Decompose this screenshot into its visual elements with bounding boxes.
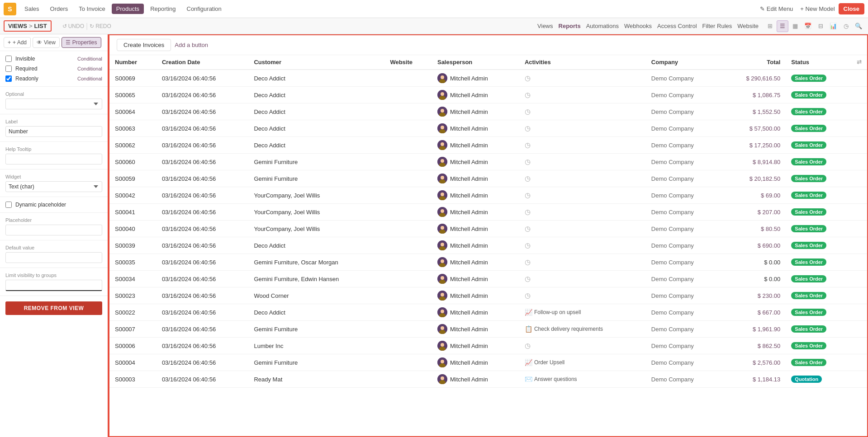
- cell-number: S00069: [109, 70, 157, 87]
- col-number[interactable]: Number: [109, 55, 157, 70]
- nav-configuration[interactable]: Configuration: [182, 4, 226, 14]
- readonly-label: Readonly: [15, 75, 74, 82]
- nav-brand[interactable]: Sales: [20, 4, 44, 14]
- readonly-checkbox[interactable]: [5, 75, 12, 82]
- dynamic-placeholder-checkbox[interactable]: [5, 202, 12, 208]
- table-row[interactable]: S00035 03/16/2024 06:40:56 Gemini Furnit…: [109, 254, 867, 271]
- invisible-checkbox[interactable]: [5, 56, 12, 62]
- create-invoices-button[interactable]: Create Invoices: [117, 39, 171, 51]
- col-salesperson[interactable]: Salesperson: [432, 55, 519, 70]
- views-label[interactable]: VIEWS: [8, 23, 27, 29]
- cell-salesperson: Mitchell Admin: [432, 371, 519, 388]
- cell-total: $ 1,086.75: [721, 87, 786, 103]
- svg-point-4: [441, 92, 444, 96]
- action-automations[interactable]: Automations: [586, 23, 619, 29]
- table-row[interactable]: S00042 03/16/2024 06:40:56 YourCompany, …: [109, 187, 867, 204]
- limit-visibility-input[interactable]: [5, 280, 102, 291]
- cell-date: 03/16/2024 06:40:56: [157, 354, 249, 371]
- help-tooltip-input[interactable]: [5, 154, 102, 164]
- views-breadcrumb[interactable]: VIEWS > LIST: [4, 20, 52, 32]
- nav-products[interactable]: Products: [112, 4, 144, 14]
- invisible-conditional[interactable]: Conditional: [77, 56, 102, 61]
- table-row[interactable]: S00060 03/16/2024 06:40:56 Gemini Furnit…: [109, 154, 867, 170]
- view-icon-pivot[interactable]: ⊟: [815, 20, 826, 32]
- placeholder-input[interactable]: [5, 225, 102, 235]
- view-icon-kanban[interactable]: ▦: [789, 20, 801, 32]
- nav-orders[interactable]: Orders: [46, 4, 73, 14]
- remove-from-view-button[interactable]: REMOVE FROM VIEW: [5, 301, 102, 315]
- table-row[interactable]: S00034 03/16/2024 06:40:56 Gemini Furnit…: [109, 271, 867, 287]
- view-button[interactable]: 👁 View: [33, 37, 60, 48]
- table-row[interactable]: S00063 03/16/2024 06:40:56 Deco Addict M…: [109, 120, 867, 137]
- add-button-link[interactable]: Add a button: [175, 42, 208, 48]
- col-status[interactable]: Status: [786, 55, 851, 70]
- properties-button[interactable]: ☰ Properties: [62, 37, 101, 48]
- action-filter-rules[interactable]: Filter Rules: [702, 23, 732, 29]
- table-row[interactable]: S00003 03/16/2024 06:40:56 Ready Mat Mit…: [109, 371, 867, 388]
- nav-reporting[interactable]: Reporting: [146, 4, 180, 14]
- table-row[interactable]: S00059 03/16/2024 06:40:56 Gemini Furnit…: [109, 170, 867, 187]
- svg-point-43: [441, 310, 444, 313]
- view-icon-search[interactable]: 🔍: [853, 20, 864, 32]
- action-views[interactable]: Views: [537, 23, 553, 29]
- table-row[interactable]: S00069 03/16/2024 06:40:56 Deco Addict M…: [109, 70, 867, 87]
- table-row[interactable]: S00023 03/16/2024 06:40:56 Wood Corner M…: [109, 287, 867, 304]
- optional-select[interactable]: [5, 99, 102, 109]
- cell-status: Sales Order: [786, 154, 851, 170]
- default-value-input[interactable]: [5, 252, 102, 263]
- add-label: + Add: [13, 39, 27, 46]
- new-model-btn[interactable]: + New Model: [800, 5, 835, 12]
- cell-reorder: [851, 120, 867, 137]
- col-company[interactable]: Company: [646, 55, 722, 70]
- table-row[interactable]: S00065 03/16/2024 06:40:56 Deco Addict M…: [109, 87, 867, 103]
- action-website[interactable]: Website: [737, 23, 759, 29]
- readonly-conditional[interactable]: Conditional: [77, 76, 102, 81]
- table-row[interactable]: S00062 03/16/2024 06:40:56 Deco Addict M…: [109, 137, 867, 154]
- col-total[interactable]: Total: [721, 55, 786, 70]
- cell-salesperson: Mitchell Admin: [432, 237, 519, 254]
- cell-customer: Deco Addict: [248, 137, 384, 154]
- placeholder-label: Placeholder: [5, 217, 102, 223]
- table-row[interactable]: S00004 03/16/2024 06:40:56 Gemini Furnit…: [109, 354, 867, 371]
- cell-website: [384, 170, 432, 187]
- label-input[interactable]: [5, 126, 102, 137]
- cell-company: Demo Company: [646, 371, 722, 388]
- cell-salesperson: Mitchell Admin: [432, 287, 519, 304]
- undo-button[interactable]: ↺ UNDO: [62, 23, 84, 29]
- cell-activity: 📈 Follow-up on upsell: [519, 304, 646, 321]
- required-conditional[interactable]: Conditional: [77, 66, 102, 71]
- redo-button[interactable]: ↻ REDO: [90, 23, 111, 29]
- col-website[interactable]: Website: [384, 55, 432, 70]
- col-customer[interactable]: Customer: [248, 55, 384, 70]
- data-table: Number Creation Date Customer Website Sa…: [109, 55, 867, 388]
- cell-number: S00022: [109, 304, 157, 321]
- table-row[interactable]: S00041 03/16/2024 06:40:56 YourCompany, …: [109, 204, 867, 221]
- view-icon-calendar[interactable]: 📅: [802, 20, 814, 32]
- table-row[interactable]: S00064 03/16/2024 06:40:56 Deco Addict M…: [109, 103, 867, 120]
- cell-reorder: [851, 154, 867, 170]
- cell-website: [384, 304, 432, 321]
- col-creation-date[interactable]: Creation Date: [157, 55, 249, 70]
- edit-menu-btn[interactable]: ✎ Edit Menu: [760, 5, 793, 12]
- view-icon-form[interactable]: ⊞: [764, 20, 776, 32]
- action-access-control[interactable]: Access Control: [657, 23, 697, 29]
- widget-select[interactable]: Text (char): [5, 181, 102, 192]
- table-row[interactable]: S00039 03/16/2024 06:40:56 Deco Addict M…: [109, 237, 867, 254]
- view-icon-graph[interactable]: 📊: [827, 20, 839, 32]
- required-checkbox[interactable]: [5, 66, 12, 72]
- nav-to-invoice[interactable]: To Invoice: [74, 4, 110, 14]
- table-row[interactable]: S00040 03/16/2024 06:40:56 YourCompany, …: [109, 221, 867, 237]
- view-icon-list[interactable]: ☰: [777, 20, 788, 32]
- table-row[interactable]: S00007 03/16/2024 06:40:56 Gemini Furnit…: [109, 321, 867, 338]
- action-reports[interactable]: Reports: [559, 23, 581, 29]
- col-activities[interactable]: Activities: [519, 55, 646, 70]
- close-button[interactable]: Close: [839, 3, 864, 14]
- view-icon-activity[interactable]: ◷: [840, 20, 852, 32]
- col-reorder[interactable]: ⇄: [851, 55, 867, 70]
- cell-salesperson: Mitchell Admin: [432, 221, 519, 237]
- list-label[interactable]: LIST: [34, 23, 47, 29]
- table-row[interactable]: S00022 03/16/2024 06:40:56 Deco Addict M…: [109, 304, 867, 321]
- table-row[interactable]: S00006 03/16/2024 06:40:56 Lumber Inc Mi…: [109, 338, 867, 354]
- action-webhooks[interactable]: Webhooks: [624, 23, 652, 29]
- add-button[interactable]: + + Add: [4, 37, 31, 48]
